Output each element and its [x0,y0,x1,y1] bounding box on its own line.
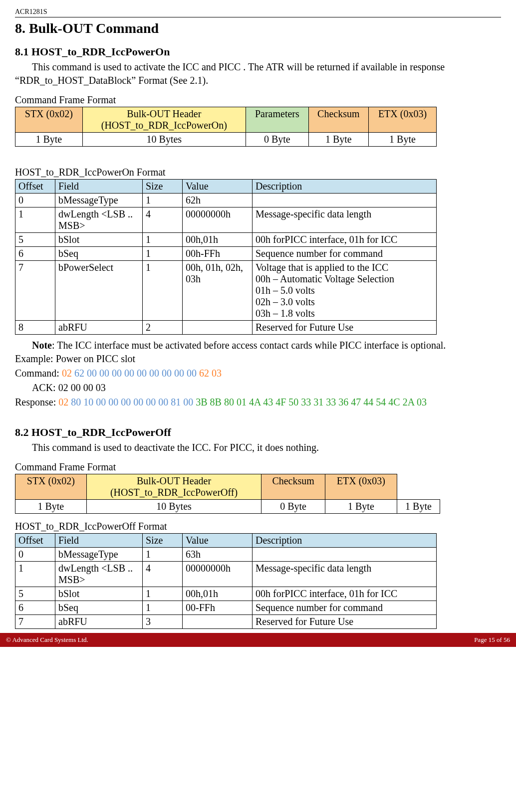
fmt2-h-value: Value [183,534,253,548]
table-cell: dwLength <LSB .. MSB> [55,562,143,587]
subsection-8-2-body: This command is used to deactivate the I… [15,441,501,454]
table-cell: 8 [15,321,55,335]
frame2-h-stx: STX (0x02) [15,474,87,500]
table-cell: 00h,01h [183,233,253,247]
table-cell: 0 [15,194,55,207]
frame-h-bulk: Bulk-OUT Header (HOST_to_RDR_IccPowerOn) [82,107,246,133]
table-cell: Message-specific data length [253,207,437,233]
table-cell: bSlot [55,587,143,601]
table-cell: bSeq [55,247,143,261]
table-cell: Message-specific data length [253,562,437,587]
table-cell: Reserved for Future Use [253,615,437,629]
table-cell: 1 [143,194,183,207]
frame2-h-etx: ETX (0x03) [325,474,397,500]
table-cell: 7 [15,615,55,629]
table-cell: 7 [15,261,55,321]
table-cell: abRFU [55,321,143,335]
frame-h-chksum: Checksum [308,107,368,133]
table-cell: 1 [143,233,183,247]
table-cell: 4 [143,207,183,233]
footer-page: Page 15 of 56 [474,636,510,644]
frame-h-stx: STX (0x02) [15,107,83,133]
table-cell: 4 [143,562,183,587]
fmt-h-offset: Offset [15,180,55,194]
product-code: ACR1281S [15,8,501,16]
table-cell: Voltage that is applied to the ICC 00h –… [253,261,437,321]
frame-r-stx: 1 Byte [15,133,83,147]
table-cell: 6 [15,247,55,261]
table-cell: 1 [143,548,183,562]
table-cell: 1 [143,247,183,261]
fmt-table-8-1: Offset Field Size Value Description 0bMe… [15,179,437,335]
table-cell: 1 [15,562,55,587]
frame2-h-chksum: Checksum [261,474,325,500]
frame-h-params: Parameters [246,107,308,133]
fmt-h-field: Field [55,180,143,194]
command-stx: 02 [62,368,72,379]
table-cell: 00h,01h [183,587,253,601]
table-cell: 1 [15,207,55,233]
frame-caption-8-2: Command Frame Format [15,461,501,473]
table-cell: 63h [183,548,253,562]
table-cell: bMessageType [55,194,143,207]
fmt-h-value: Value [183,180,253,194]
header-divider [15,17,501,17]
page-body: ACR1281S 8. Bulk-OUT Command 8.1 HOST_to… [0,0,516,629]
table-cell: bPowerSelect [55,261,143,321]
frame-table-8-1: STX (0x02) Bulk-OUT Header (HOST_to_RDR_… [15,107,437,147]
table-cell: 0 [15,548,55,562]
table-cell: 00h forPICC interface, 01h for ICC [253,587,437,601]
table-cell: 1 [143,261,183,321]
table-cell [183,615,253,629]
note-text: : The ICC interface must be activated be… [52,340,446,351]
table-cell: 00000000h [183,207,253,233]
table-cell: 00h forPICC interface, 01h for ICC [253,233,437,247]
frame2-r-etx: 1 Byte [397,500,440,514]
table-cell [253,194,437,207]
table-cell: bMessageType [55,548,143,562]
table-cell: Sequence number for command [253,601,437,615]
footer-bar: © Advanced Card Systems Ltd. Page 15 of … [0,633,516,647]
note-label: Note [32,340,52,351]
frame2-h-bulk: Bulk-OUT Header (HOST_to_RDR_IccPowerOff… [86,474,261,500]
command-line: Command: 02 62 00 00 00 00 00 00 00 00 0… [15,367,501,380]
footer-copyright: © Advanced Card Systems Ltd. [6,636,88,644]
note-8-1: Note: The ICC interface must be activate… [32,340,501,351]
frame2-r-params: 0 Byte [261,500,325,514]
table-cell [253,548,437,562]
table-cell: 62h [183,194,253,207]
table-cell [183,321,253,335]
table-cell: 00000000h [183,562,253,587]
fmt2-h-field: Field [55,534,143,548]
subsection-8-2-heading: 8.2 HOST_to_RDR_IccPowerOff [15,426,501,439]
table-cell: 00-FFh [183,601,253,615]
fmt-caption-8-1: HOST_to_RDR_IccPowerOn Format [15,167,501,178]
fmt2-h-desc: Description [253,534,437,548]
fmt2-h-offset: Offset [15,534,55,548]
frame2-r-stx: 1 Byte [15,500,87,514]
fmt-h-desc: Description [253,180,437,194]
table-cell: bSeq [55,601,143,615]
example-line: Example: Power on PICC slot [15,352,501,366]
frame-r-params: 0 Byte [246,133,308,147]
frame-r-chksum: 1 Byte [308,133,368,147]
frame-caption-8-1: Command Frame Format [15,94,501,106]
frame-h-bulk-l1: Bulk-OUT Header [127,108,201,119]
response-line: Response: 02 80 10 00 00 00 00 00 00 81 … [15,396,501,409]
frame-table-8-2: STX (0x02) Bulk-OUT Header (HOST_to_RDR_… [15,474,440,514]
table-cell: dwLength <LSB .. MSB> [55,207,143,233]
subsection-8-1-heading: 8.1 HOST_to_RDR_IccPowerOn [15,45,501,58]
table-cell: Reserved for Future Use [253,321,437,335]
frame2-h-bulk-l2: (HOST_to_RDR_IccPowerOff) [110,487,238,498]
section-title: 8. Bulk-OUT Command [15,20,501,36]
table-cell: 5 [15,587,55,601]
frame2-r-chksum: 1 Byte [325,500,397,514]
frame-h-etx: ETX (0x03) [368,107,436,133]
table-cell: 6 [15,601,55,615]
response-hdr: 80 10 00 00 00 00 00 00 81 00 [71,397,193,407]
table-cell: abRFU [55,615,143,629]
command-body: 62 00 00 00 00 00 00 00 00 00 [74,368,197,379]
command-tail: 62 03 [199,368,222,379]
fmt2-h-size: Size [143,534,183,548]
subsection-8-1-body: This command is used to activate the ICC… [15,60,501,87]
